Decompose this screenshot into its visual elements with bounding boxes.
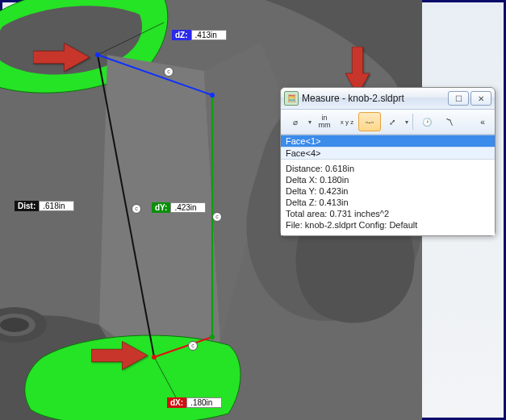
callout-dx-value: .180in — [186, 397, 222, 408]
point-to-point-button[interactable]: ◦-◦ — [358, 112, 381, 131]
callout-distance: Dist: .618in — [15, 201, 74, 211]
separator-icon — [412, 114, 413, 130]
annotation-arrow — [33, 43, 90, 72]
selection-list[interactable]: Face<1> Face<4> — [281, 135, 495, 159]
callout-dx: dX: .180in — [167, 397, 222, 408]
units-button[interactable]: in mm — [313, 112, 336, 131]
svg-point-9 — [95, 52, 100, 57]
xyz-button[interactable]: x y z — [336, 112, 358, 131]
projected-dropdown[interactable]: ▾ — [404, 119, 410, 126]
annotation-arrow — [91, 341, 148, 370]
arc-circle-dropdown[interactable]: ▾ — [307, 119, 313, 126]
measure-window[interactable]: 🧮 Measure - knob-2.sldprt ☐ ✕ ⌀ ▾ in mm … — [280, 87, 496, 236]
projected-button[interactable]: ⤢ — [381, 112, 404, 131]
callout-distance-label: Dist: — [15, 201, 39, 211]
svg-point-2 — [0, 318, 29, 332]
measure-toolbar: ⌀ ▾ in mm x y z ◦-◦ ⤢ ▾ 🕑 〽 « — [281, 110, 495, 135]
statistics-button[interactable]: 〽 — [438, 112, 461, 131]
midpoint-marker: c — [188, 341, 198, 351]
callout-dx-label: dX: — [167, 397, 186, 408]
arc-circle-button[interactable]: ⌀ — [284, 112, 307, 131]
minimize-button[interactable]: ☐ — [448, 91, 469, 106]
callout-dz: dZ: .413in — [172, 30, 227, 40]
callout-dz-value: .413in — [191, 30, 227, 40]
callout-dz-label: dZ: — [172, 30, 191, 40]
svg-point-10 — [210, 93, 215, 98]
measure-title: Measure - knob-2.sldprt — [302, 93, 446, 104]
results-panel: Distance: 0.618in Delta X: 0.180in Delta… — [281, 159, 495, 235]
midpoint-marker: c — [212, 212, 222, 222]
measure-icon: 🧮 — [284, 91, 299, 106]
callout-dy-value: .423in — [170, 202, 206, 213]
midpoint-marker: c — [164, 67, 174, 77]
midpoint-marker: c — [132, 204, 141, 214]
collapse-button[interactable]: « — [474, 112, 491, 131]
close-button[interactable]: ✕ — [470, 91, 491, 106]
measure-titlebar[interactable]: 🧮 Measure - knob-2.sldprt ☐ ✕ — [281, 88, 495, 110]
selection-item[interactable]: Face<1> — [281, 135, 495, 147]
svg-point-11 — [210, 335, 215, 339]
callout-dy-label: dY: — [152, 202, 170, 213]
history-button[interactable]: 🕑 — [416, 112, 438, 131]
callout-distance-value: .618in — [39, 201, 74, 211]
selection-item[interactable]: Face<4> — [281, 147, 495, 159]
callout-dy: dY: .423in — [152, 202, 206, 213]
svg-point-12 — [152, 355, 157, 360]
